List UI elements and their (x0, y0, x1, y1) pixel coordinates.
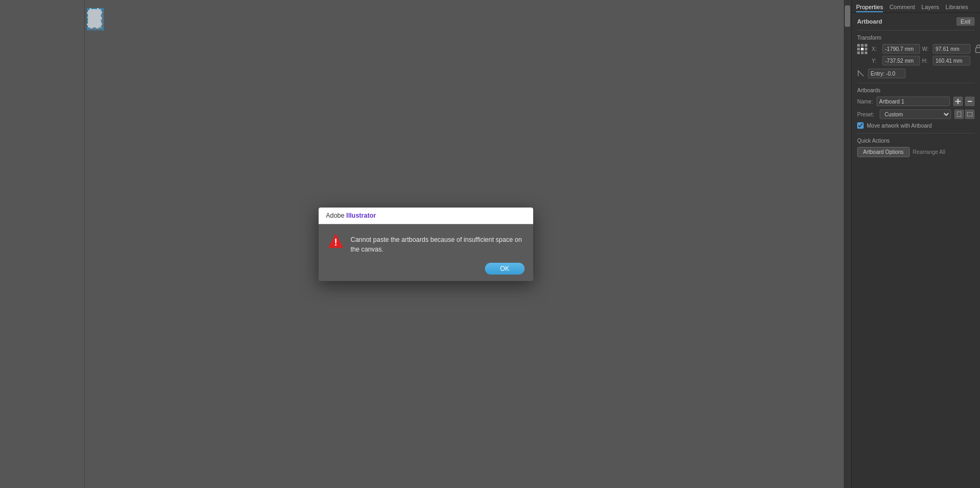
preset-select[interactable]: Custom (880, 109, 951, 119)
svg-rect-12 (967, 112, 972, 116)
angle-input[interactable] (868, 69, 905, 78)
artboard-options-button[interactable]: Artboard Options (857, 147, 910, 157)
artboard-section-title: Artboard (857, 18, 882, 25)
artboard-action-icons (953, 97, 975, 106)
svg-text:!: ! (334, 237, 337, 248)
dialog-message: Cannot paste the artboards because of in… (351, 233, 525, 254)
tab-libraries[interactable]: Libraries (946, 2, 968, 12)
tab-layers[interactable]: Layers (922, 2, 939, 12)
modal-overlay: Adobe Illustrator ! Cannot paste the art… (0, 0, 851, 488)
preset-row: Preset: Custom (857, 109, 975, 119)
rearrange-all-button[interactable]: Rearrange All (913, 149, 946, 155)
warning-icon: ! (327, 233, 344, 250)
quick-actions-title: Quick Actions (857, 138, 975, 144)
tab-properties[interactable]: Properties (856, 2, 883, 12)
artboard-name-row: Name: (857, 97, 975, 106)
dialog-box: Adobe Illustrator ! Cannot paste the art… (319, 208, 533, 281)
w-label: W: (922, 46, 931, 52)
angle-icon (857, 70, 865, 77)
svg-rect-7 (976, 48, 980, 53)
dialog-title-adobe: Adobe (326, 212, 345, 219)
artboard-name-input[interactable] (876, 97, 950, 106)
position-reference-grid[interactable] (857, 44, 867, 55)
artboards-section: Artboards Name: Pr (857, 87, 975, 129)
x-input[interactable] (882, 44, 920, 54)
delete-artboard-button[interactable] (965, 97, 975, 106)
preset-label: Preset: (857, 112, 876, 117)
divider-2 (857, 83, 975, 83)
tab-comment[interactable]: Comment (889, 2, 915, 12)
section-header: Artboard Exit (857, 17, 975, 26)
dialog-message-row: ! Cannot paste the artboards because of … (327, 233, 525, 254)
dialog-buttons: OK (327, 263, 525, 275)
angle-row (857, 69, 975, 78)
svg-rect-9 (955, 101, 961, 102)
y-label: Y: (872, 58, 880, 64)
right-panel: Properties Comment Layers Libraries Artb… (851, 0, 980, 488)
y-input[interactable] (882, 56, 920, 65)
transform-title: Transform (857, 35, 975, 41)
exit-button[interactable]: Exit (956, 17, 975, 26)
w-input[interactable] (933, 44, 970, 54)
svg-rect-11 (957, 112, 961, 117)
panel-content: Artboard Exit Transform (852, 13, 980, 488)
preset-icons (954, 109, 975, 119)
dialog-title-bar: Adobe Illustrator (319, 208, 533, 224)
artboards-title: Artboards (857, 87, 975, 93)
panel-tabs: Properties Comment Layers Libraries (852, 0, 980, 13)
proportional-lock-icon[interactable] (975, 44, 980, 54)
h-label: H: (922, 58, 931, 64)
transform-section: Transform X: W: (857, 35, 975, 78)
portrait-button[interactable] (954, 109, 964, 119)
canvas-area: Adobe Illustrator ! Cannot paste the art… (0, 0, 851, 488)
dialog-body: ! Cannot paste the artboards because of … (319, 224, 533, 281)
divider-1 (857, 30, 975, 31)
move-artwork-checkbox[interactable] (857, 122, 864, 129)
move-artwork-label: Move artwork with Artboard (867, 123, 932, 129)
x-label: X: (872, 46, 880, 52)
landscape-button[interactable] (965, 109, 975, 119)
artboard-name-label: Name: (857, 99, 873, 105)
quick-actions-row: Artboard Options Rearrange All (857, 147, 975, 157)
quick-actions-section: Quick Actions Artboard Options Rearrange… (857, 138, 975, 157)
dialog-title-illustrator: Illustrator (347, 212, 376, 219)
divider-3 (857, 133, 975, 134)
move-artwork-row: Move artwork with Artboard (857, 122, 975, 129)
add-artboard-button[interactable] (953, 97, 963, 106)
h-input[interactable] (933, 56, 970, 65)
svg-rect-10 (968, 101, 972, 102)
ok-button[interactable]: OK (485, 263, 524, 275)
